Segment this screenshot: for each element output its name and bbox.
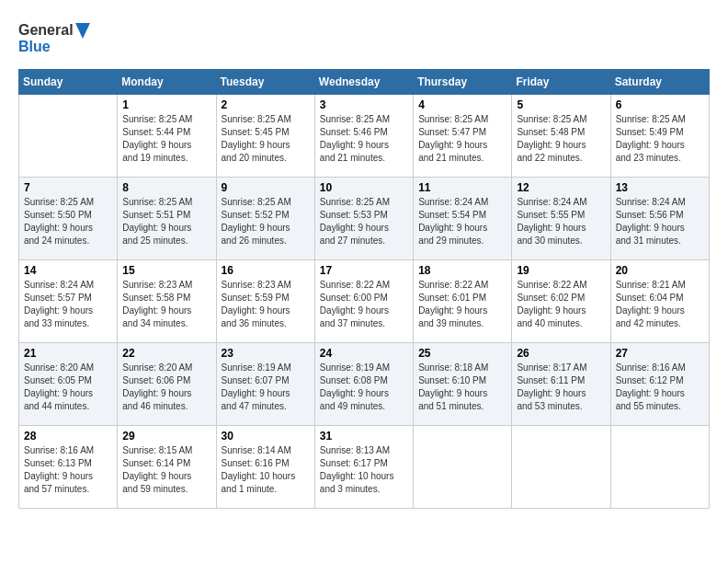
calendar-cell	[414, 426, 512, 509]
logo-svg: GeneralBlue	[18, 18, 92, 60]
day-info: Sunrise: 8:25 AMSunset: 5:52 PMDaylight:…	[222, 196, 310, 247]
day-number: 22	[122, 347, 210, 360]
day-number: 31	[320, 430, 408, 442]
header: GeneralBlue	[18, 18, 710, 60]
calendar-cell: 26Sunrise: 8:17 AMSunset: 6:11 PMDayligh…	[512, 343, 610, 426]
day-info: Sunrise: 8:24 AMSunset: 5:54 PMDaylight:…	[418, 196, 506, 247]
day-number: 5	[517, 98, 605, 111]
calendar-cell	[610, 426, 709, 509]
day-header-monday: Monday	[118, 70, 216, 95]
calendar-cell: 7Sunrise: 8:25 AMSunset: 5:50 PMDaylight…	[19, 178, 118, 260]
calendar-cell: 2Sunrise: 8:25 AMSunset: 5:45 PMDaylight…	[216, 95, 314, 178]
day-info: Sunrise: 8:18 AMSunset: 6:10 PMDaylight:…	[418, 362, 506, 413]
day-number: 17	[320, 264, 408, 277]
day-number: 3	[320, 98, 408, 111]
day-info: Sunrise: 8:17 AMSunset: 6:11 PMDaylight:…	[517, 362, 605, 413]
day-header-sunday: Sunday	[19, 70, 118, 95]
day-info: Sunrise: 8:16 AMSunset: 6:12 PMDaylight:…	[616, 362, 704, 413]
calendar-cell	[512, 426, 610, 509]
calendar-cell: 17Sunrise: 8:22 AMSunset: 6:00 PMDayligh…	[314, 260, 413, 343]
day-info: Sunrise: 8:25 AMSunset: 5:53 PMDaylight:…	[320, 196, 408, 247]
day-header-wednesday: Wednesday	[314, 70, 413, 95]
svg-text:Blue: Blue	[18, 39, 51, 54]
day-number: 13	[616, 181, 704, 194]
day-info: Sunrise: 8:25 AMSunset: 5:50 PMDaylight:…	[24, 196, 112, 247]
day-info: Sunrise: 8:25 AMSunset: 5:48 PMDaylight:…	[517, 113, 605, 165]
day-info: Sunrise: 8:25 AMSunset: 5:51 PMDaylight:…	[122, 196, 210, 247]
calendar-cell: 10Sunrise: 8:25 AMSunset: 5:53 PMDayligh…	[314, 178, 413, 260]
calendar-cell	[19, 95, 118, 178]
day-number: 6	[616, 98, 704, 111]
calendar-week-row: 21Sunrise: 8:20 AMSunset: 6:05 PMDayligh…	[19, 343, 710, 426]
calendar-cell: 21Sunrise: 8:20 AMSunset: 6:05 PMDayligh…	[19, 343, 118, 426]
calendar-cell: 6Sunrise: 8:25 AMSunset: 5:49 PMDaylight…	[610, 95, 709, 178]
day-info: Sunrise: 8:25 AMSunset: 5:45 PMDaylight:…	[222, 113, 310, 165]
day-number: 7	[24, 181, 112, 194]
day-number: 26	[517, 347, 605, 360]
day-header-friday: Friday	[512, 70, 610, 95]
svg-text:General: General	[18, 22, 74, 38]
day-number: 21	[24, 347, 112, 360]
calendar-cell: 5Sunrise: 8:25 AMSunset: 5:48 PMDaylight…	[512, 95, 610, 178]
day-number: 14	[24, 264, 112, 277]
day-info: Sunrise: 8:24 AMSunset: 5:56 PMDaylight:…	[616, 196, 704, 247]
day-info: Sunrise: 8:22 AMSunset: 6:01 PMDaylight:…	[418, 279, 506, 330]
day-header-thursday: Thursday	[414, 70, 512, 95]
day-info: Sunrise: 8:20 AMSunset: 6:05 PMDaylight:…	[24, 362, 112, 413]
day-number: 27	[616, 347, 704, 360]
day-number: 28	[24, 430, 112, 442]
calendar-cell: 30Sunrise: 8:14 AMSunset: 6:16 PMDayligh…	[216, 426, 314, 509]
day-info: Sunrise: 8:24 AMSunset: 5:55 PMDaylight:…	[517, 196, 605, 247]
day-info: Sunrise: 8:20 AMSunset: 6:06 PMDaylight:…	[122, 362, 210, 413]
logo: GeneralBlue	[18, 18, 92, 60]
day-number: 1	[122, 98, 210, 111]
calendar-cell: 25Sunrise: 8:18 AMSunset: 6:10 PMDayligh…	[414, 343, 512, 426]
day-info: Sunrise: 8:13 AMSunset: 6:17 PMDaylight:…	[320, 444, 408, 496]
day-header-tuesday: Tuesday	[216, 70, 314, 95]
day-info: Sunrise: 8:19 AMSunset: 6:08 PMDaylight:…	[320, 362, 408, 413]
day-number: 19	[517, 264, 605, 277]
day-number: 9	[222, 181, 310, 194]
day-number: 20	[616, 264, 704, 277]
day-number: 4	[418, 98, 506, 111]
day-number: 10	[320, 181, 408, 194]
calendar-cell: 9Sunrise: 8:25 AMSunset: 5:52 PMDaylight…	[216, 178, 314, 260]
calendar-cell: 19Sunrise: 8:22 AMSunset: 6:02 PMDayligh…	[512, 260, 610, 343]
day-info: Sunrise: 8:22 AMSunset: 6:00 PMDaylight:…	[320, 279, 408, 330]
day-info: Sunrise: 8:19 AMSunset: 6:07 PMDaylight:…	[222, 362, 310, 413]
calendar-week-row: 1Sunrise: 8:25 AMSunset: 5:44 PMDaylight…	[19, 95, 710, 178]
day-info: Sunrise: 8:25 AMSunset: 5:47 PMDaylight:…	[418, 113, 506, 165]
calendar-cell: 13Sunrise: 8:24 AMSunset: 5:56 PMDayligh…	[610, 178, 709, 260]
calendar-cell: 1Sunrise: 8:25 AMSunset: 5:44 PMDaylight…	[118, 95, 216, 178]
day-info: Sunrise: 8:21 AMSunset: 6:04 PMDaylight:…	[616, 279, 704, 330]
day-info: Sunrise: 8:24 AMSunset: 5:57 PMDaylight:…	[24, 279, 112, 330]
calendar-cell: 27Sunrise: 8:16 AMSunset: 6:12 PMDayligh…	[610, 343, 709, 426]
calendar-cell: 24Sunrise: 8:19 AMSunset: 6:08 PMDayligh…	[314, 343, 413, 426]
calendar-cell: 29Sunrise: 8:15 AMSunset: 6:14 PMDayligh…	[118, 426, 216, 509]
day-number: 23	[222, 347, 310, 360]
calendar-cell: 11Sunrise: 8:24 AMSunset: 5:54 PMDayligh…	[414, 178, 512, 260]
calendar-week-row: 14Sunrise: 8:24 AMSunset: 5:57 PMDayligh…	[19, 260, 710, 343]
day-number: 16	[222, 264, 310, 277]
day-number: 2	[222, 98, 310, 111]
day-number: 12	[517, 181, 605, 194]
day-number: 15	[122, 264, 210, 277]
calendar-cell: 23Sunrise: 8:19 AMSunset: 6:07 PMDayligh…	[216, 343, 314, 426]
day-number: 8	[122, 181, 210, 194]
calendar-week-row: 28Sunrise: 8:16 AMSunset: 6:13 PMDayligh…	[19, 426, 710, 509]
calendar: SundayMondayTuesdayWednesdayThursdayFrid…	[18, 69, 710, 509]
day-info: Sunrise: 8:25 AMSunset: 5:49 PMDaylight:…	[616, 113, 704, 165]
day-header-saturday: Saturday	[610, 70, 709, 95]
day-info: Sunrise: 8:15 AMSunset: 6:14 PMDaylight:…	[122, 444, 210, 496]
day-number: 29	[122, 430, 210, 442]
calendar-week-row: 7Sunrise: 8:25 AMSunset: 5:50 PMDaylight…	[19, 178, 710, 260]
calendar-cell: 18Sunrise: 8:22 AMSunset: 6:01 PMDayligh…	[414, 260, 512, 343]
svg-marker-2	[75, 23, 90, 39]
calendar-cell: 16Sunrise: 8:23 AMSunset: 5:59 PMDayligh…	[216, 260, 314, 343]
day-number: 25	[418, 347, 506, 360]
day-info: Sunrise: 8:16 AMSunset: 6:13 PMDaylight:…	[24, 444, 112, 496]
day-info: Sunrise: 8:23 AMSunset: 5:58 PMDaylight:…	[122, 279, 210, 330]
day-number: 24	[320, 347, 408, 360]
calendar-cell: 4Sunrise: 8:25 AMSunset: 5:47 PMDaylight…	[414, 95, 512, 178]
calendar-cell: 3Sunrise: 8:25 AMSunset: 5:46 PMDaylight…	[314, 95, 413, 178]
